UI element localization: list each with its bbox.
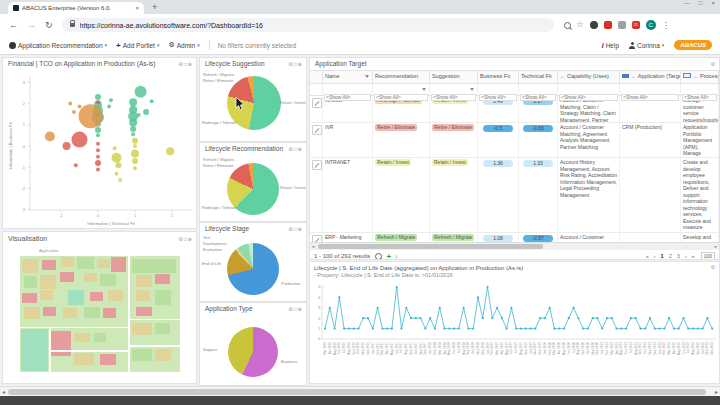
data-point[interactable] (639, 328, 641, 330)
data-point[interactable] (534, 328, 536, 330)
close-icon[interactable]: ⊗ (188, 236, 193, 242)
bubble[interactable] (143, 109, 149, 115)
bubble[interactable] (74, 163, 78, 167)
page-button[interactable]: › (684, 253, 688, 259)
data-point[interactable] (659, 328, 661, 330)
close-icon[interactable]: ⊗ (298, 306, 303, 312)
abacus-logo[interactable]: ABACUS (674, 40, 712, 50)
data-point[interactable] (572, 307, 574, 309)
table-row[interactable]: INTRANETRetain / InvestRetain / Invest1.… (310, 158, 719, 233)
data-point[interactable] (367, 317, 369, 319)
pdf-extension-icon[interactable] (604, 21, 612, 29)
data-point[interactable] (630, 317, 632, 319)
data-point[interactable] (510, 307, 512, 309)
filter-funnel-icon[interactable] (470, 88, 474, 91)
data-point[interactable] (568, 317, 570, 319)
data-point[interactable] (391, 328, 393, 330)
data-point[interactable] (405, 307, 407, 309)
data-point[interactable] (472, 328, 474, 330)
data-point[interactable] (362, 317, 364, 319)
bubble[interactable] (137, 113, 141, 117)
data-point[interactable] (549, 307, 551, 309)
bubble[interactable] (95, 94, 101, 100)
data-point[interactable] (644, 328, 646, 330)
data-point[interactable] (635, 317, 637, 319)
window-close-icon[interactable]: × (711, 0, 715, 6)
data-point[interactable] (381, 328, 383, 330)
bubble[interactable] (132, 138, 138, 144)
pie-chart[interactable] (228, 327, 278, 377)
data-point[interactable] (424, 328, 426, 330)
bubble[interactable] (96, 167, 100, 171)
data-point[interactable] (525, 328, 527, 330)
col-header-name[interactable]: Name (323, 70, 373, 84)
data-point[interactable] (410, 317, 412, 319)
data-point[interactable] (420, 317, 422, 319)
data-point[interactable] (711, 328, 713, 330)
browser-menu-icon[interactable]: ⋮ (662, 21, 670, 30)
data-point[interactable] (563, 328, 565, 330)
page-button[interactable]: 2 (668, 253, 673, 259)
bubble[interactable] (45, 131, 55, 141)
col-header-business-fit[interactable]: Business Fit (478, 70, 519, 84)
bubble[interactable] (95, 127, 101, 133)
data-point[interactable] (386, 328, 388, 330)
data-point[interactable] (515, 328, 517, 330)
page-button[interactable]: » (691, 253, 696, 259)
data-point[interactable] (544, 317, 546, 319)
bubble[interactable] (131, 132, 135, 136)
data-point[interactable] (496, 307, 498, 309)
table-row[interactable]: ERP - MarketingRefresh / MigrateRefresh … (310, 233, 719, 242)
data-point[interactable] (682, 317, 684, 319)
reload-icon[interactable]: ↻ (45, 20, 53, 30)
col-header-application-target[interactable]: Application (Target) (620, 70, 681, 84)
bubble[interactable] (78, 105, 82, 109)
browser-tab[interactable]: ABACUS Enterprise (Version 6.0. × (8, 2, 144, 14)
bubble[interactable] (133, 166, 137, 170)
data-point[interactable] (625, 328, 627, 330)
data-point[interactable] (673, 328, 675, 330)
bubble[interactable] (96, 148, 100, 152)
data-point[interactable] (333, 328, 335, 330)
data-point[interactable] (396, 286, 398, 288)
filter-funnel-icon[interactable] (422, 88, 426, 91)
page-button[interactable]: 1 (660, 253, 665, 259)
data-point[interactable] (486, 286, 488, 288)
new-tab-button[interactable]: + (152, 2, 157, 12)
data-point[interactable] (501, 317, 503, 319)
filter-funnel-icon[interactable] (365, 75, 369, 78)
data-point[interactable] (520, 328, 522, 330)
filter-application-input[interactable] (621, 94, 679, 101)
edit-row-icon[interactable] (312, 160, 322, 170)
filter-capability-input[interactable] (559, 94, 618, 101)
bookmark-star-icon[interactable]: ☆ (577, 21, 584, 29)
data-point[interactable] (668, 317, 670, 319)
data-point[interactable] (692, 328, 694, 330)
data-point[interactable] (338, 296, 340, 298)
search-icon[interactable] (375, 253, 382, 260)
filter-business-fit-input[interactable] (479, 94, 517, 101)
user-menu[interactable]: Corinna ▾ (629, 42, 664, 49)
table-horizontal-scrollbar[interactable]: ◄ ► (310, 242, 719, 250)
profile-avatar[interactable]: C (646, 20, 656, 30)
bubble[interactable] (150, 99, 154, 103)
close-icon[interactable]: ⊗ (298, 61, 303, 67)
filter-name-input[interactable] (324, 94, 371, 101)
admin-menu[interactable]: ⚙ Admin ▾ (168, 41, 199, 49)
data-point[interactable] (596, 317, 598, 319)
filter-recommendation-input[interactable] (374, 94, 428, 101)
line-chart[interactable]: 012345Mar 2016Apr 2016May 2016Jun 2016Ju… (310, 279, 719, 381)
bubble[interactable] (96, 142, 100, 146)
bubble[interactable] (63, 142, 71, 150)
close-icon[interactable]: ⊗ (188, 61, 193, 67)
data-point[interactable] (324, 328, 326, 330)
bubble[interactable] (107, 105, 111, 109)
bubble[interactable] (115, 162, 121, 168)
bubble[interactable] (96, 155, 100, 159)
data-point[interactable] (611, 317, 613, 319)
bubble-chart[interactable]: 3210-1-2-3-1012Information | Technical F… (3, 70, 196, 228)
scroll-right-icon[interactable]: ► (714, 388, 719, 396)
data-point[interactable] (343, 328, 345, 330)
close-icon[interactable]: ⊗ (298, 226, 303, 232)
data-point[interactable] (506, 328, 508, 330)
